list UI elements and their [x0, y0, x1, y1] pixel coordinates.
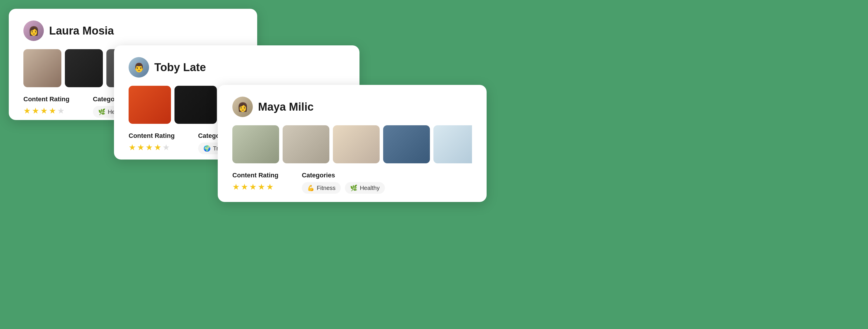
fitness-label: Fitness [317, 185, 336, 191]
star-3: ★ [40, 106, 48, 116]
fitness-icon: 💪 [307, 184, 314, 191]
image-laura-1 [23, 49, 61, 87]
rating-section-maya: Content Rating ★ ★ ★ ★ ★ [232, 171, 279, 192]
star-1: ★ [129, 142, 136, 152]
star-2: ★ [137, 142, 144, 152]
categories-list-maya: 💪 Fitness 🌿 Healthy [302, 182, 385, 194]
star-5: ★ [57, 106, 65, 116]
healthy-icon-maya: 🌿 [350, 184, 358, 191]
star-2: ★ [241, 182, 248, 192]
image-toby-1 [129, 86, 171, 124]
categories-section-maya: Categories 💪 Fitness 🌿 Healthy [302, 171, 385, 194]
star-4: ★ [49, 106, 56, 116]
avatar-laura: 👩 [23, 21, 44, 41]
travel-icon: 🌍 [204, 145, 211, 152]
star-3: ★ [146, 142, 153, 152]
rating-section-laura: Content Rating ★ ★ ★ ★ ★ [23, 95, 69, 116]
star-5: ★ [266, 182, 274, 192]
card-footer-maya: Content Rating ★ ★ ★ ★ ★ Categories 💪 Fi… [232, 171, 472, 194]
category-fitness-maya: 💪 Fitness [302, 182, 341, 194]
card-header-maya: 👩 Maya Milic [232, 97, 472, 117]
stars-laura: ★ ★ ★ ★ ★ [23, 106, 69, 116]
healthy-icon: 🌿 [98, 108, 105, 115]
star-4: ★ [154, 142, 161, 152]
healthy-label-maya: Healthy [360, 185, 380, 191]
card-header-laura: 👩 Laura Mosia [23, 21, 243, 41]
star-5: ★ [162, 142, 170, 152]
star-2: ★ [32, 106, 39, 116]
rating-section-toby: Content Rating ★ ★ ★ ★ ★ [129, 132, 175, 152]
person-name-maya: Maya Milic [258, 101, 314, 113]
images-row-maya [232, 125, 472, 163]
card-header-toby: 👨 Toby Late [129, 57, 345, 78]
rating-label-toby: Content Rating [129, 132, 175, 140]
image-maya-5 [433, 125, 472, 163]
stars-maya: ★ ★ ★ ★ ★ [232, 182, 279, 192]
image-maya-1 [232, 125, 279, 163]
star-1: ★ [232, 182, 240, 192]
person-name-laura: Laura Mosia [49, 25, 114, 37]
star-1: ★ [23, 106, 31, 116]
stars-toby: ★ ★ ★ ★ ★ [129, 142, 175, 152]
image-laura-2 [65, 49, 103, 87]
person-name-toby: Toby Late [154, 61, 206, 74]
star-4: ★ [258, 182, 265, 192]
avatar-toby: 👨 [129, 57, 149, 78]
card-maya: 👩 Maya Milic Content Rating ★ ★ ★ ★ ★ Ca… [218, 85, 487, 202]
star-3: ★ [249, 182, 257, 192]
image-maya-4 [383, 125, 430, 163]
rating-label-maya: Content Rating [232, 171, 279, 179]
image-toby-2 [175, 86, 217, 124]
rating-label-laura: Content Rating [23, 95, 69, 103]
category-healthy-maya: 🌿 Healthy [345, 182, 385, 194]
image-maya-2 [283, 125, 329, 163]
image-maya-3 [333, 125, 380, 163]
categories-label-maya: Categories [302, 171, 385, 179]
avatar-maya: 👩 [232, 97, 253, 117]
